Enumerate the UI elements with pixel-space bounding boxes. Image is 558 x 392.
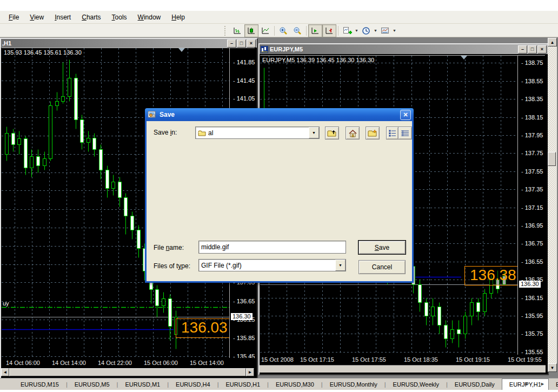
tab-eurusd-monthly[interactable]: EURUSD,Monthly <box>323 380 384 390</box>
tab-eurusd-h4[interactable]: EURUSD,H4 <box>169 380 217 390</box>
menu-item-insert[interactable]: Insert <box>49 12 76 23</box>
auto-scroll-button[interactable] <box>308 24 322 37</box>
tab-eurusd-daily[interactable]: EURUSD,Daily <box>448 380 502 390</box>
scroll-down-arrow[interactable]: ▼ <box>548 363 557 372</box>
price-tick: 141.85 <box>233 59 255 65</box>
ohlc-info-line: EURJPY,M5 136.39 136.45 136.30 136.30 <box>262 57 374 63</box>
chart-window-title-bar[interactable]: EURJPY,M5 – □ × <box>260 44 548 54</box>
tab-eurusd-m30[interactable]: EURUSD,M30 <box>269 380 321 390</box>
price-scale: 138.75138.55138.35138.15137.95137.75137.… <box>517 55 545 355</box>
maximize-button[interactable]: □ <box>237 39 246 48</box>
price-tag: 136.03 <box>176 318 229 338</box>
line-chart-icon <box>261 26 270 35</box>
tab-eurusd-weekly[interactable]: EURUSD,Weekly <box>386 380 446 390</box>
dropdown-arrow-icon[interactable]: ▼ <box>335 260 346 271</box>
create-new-folder-button[interactable] <box>366 127 380 139</box>
horizontal-scrollbar[interactable]: ◄ ► <box>1 368 254 376</box>
toolbar-grip[interactable] <box>224 26 228 36</box>
dropdown-arrow-icon[interactable]: ▼ <box>309 127 319 138</box>
periods-button[interactable] <box>359 24 373 37</box>
scrollbar-thumb[interactable] <box>9 368 246 376</box>
price-tick: 136.75 <box>521 240 543 247</box>
time-tick: 14 Oct 22:00 <box>98 360 132 366</box>
view-details-button[interactable] <box>398 127 412 139</box>
time-tick: 14 Oct 14:00 <box>52 360 86 366</box>
desktop-button[interactable] <box>346 127 360 139</box>
window-title: ,H1 <box>2 40 227 46</box>
save-in-label: Save in: <box>154 129 177 136</box>
file-name-input[interactable] <box>198 241 346 254</box>
tab-eurusd-m1[interactable]: EURUSD,M1 <box>118 380 167 390</box>
close-button[interactable]: × <box>537 45 547 54</box>
candlesticks-button[interactable] <box>244 24 258 37</box>
tab-scroll-arrows[interactable]: ◄ ► <box>523 381 550 387</box>
bottom-strip <box>0 390 558 392</box>
indicators-dropdown[interactable]: ▼ <box>354 25 359 37</box>
window-footer <box>260 365 546 373</box>
chart-window-title-bar[interactable]: ,H1 – □ × <box>1 39 257 48</box>
time-tick: 15 Oct 06:00 <box>144 360 178 366</box>
price-tick: 135.85 <box>233 335 255 341</box>
line-chart-button[interactable] <box>258 24 273 37</box>
menu-item-charts[interactable]: Charts <box>76 12 106 23</box>
scroll-left-arrow[interactable]: ◄ <box>1 368 9 376</box>
templates-button[interactable] <box>378 24 392 37</box>
bar-chart-button[interactable] <box>230 24 244 37</box>
save-button[interactable]: Save <box>358 241 406 254</box>
candlestick-icon <box>247 26 256 35</box>
menu-item-tools[interactable]: Tools <box>107 12 132 23</box>
time-tick: 14 Oct 06:00 <box>6 360 40 366</box>
minimize-button[interactable]: – <box>518 45 527 54</box>
tab-eurusd-m15[interactable]: EURUSD,M15 <box>14 380 66 390</box>
save-in-combobox[interactable]: al ▼ <box>195 127 320 139</box>
price-tick: 141.05 <box>233 95 255 102</box>
zoom-out-button[interactable] <box>290 24 304 37</box>
price-tick: 137.75 <box>521 150 543 156</box>
view-list-button[interactable] <box>386 127 398 139</box>
toolbar: ▼ ▼ ▼ <box>0 24 558 37</box>
indicators-button[interactable] <box>340 24 354 37</box>
minimize-button[interactable]: – <box>227 39 236 48</box>
files-of-type-combobox[interactable]: GIF File (*.gif) ▼ <box>198 259 346 271</box>
horizontal-line-label: uy <box>3 300 9 307</box>
price-tick: 136.95 <box>521 222 543 229</box>
tab-eurusd-m5[interactable]: EURUSD,M5 <box>68 380 117 390</box>
periods-dropdown[interactable]: ▼ <box>373 25 378 37</box>
menu-item-help[interactable]: Help <box>166 12 190 23</box>
price-tick: 137.95 <box>521 132 543 138</box>
tab-eurusd-h1[interactable]: EURUSD,H1 <box>219 380 268 390</box>
menu-item-view[interactable]: View <box>24 12 49 23</box>
vertical-scrollbar[interactable]: ▲ ▼ <box>548 38 557 372</box>
templates-dropdown[interactable]: ▼ <box>392 25 397 37</box>
files-of-type-label: Files of type: <box>154 262 190 270</box>
dialog-title-bar[interactable]: Save ✕ <box>145 108 414 121</box>
zoom-in-button[interactable] <box>276 24 290 37</box>
time-tick: 15 Oct 18:35 <box>404 356 438 363</box>
chart-window-icon <box>261 46 268 53</box>
menu-item-file[interactable]: File <box>3 12 24 23</box>
template-icon <box>381 26 389 35</box>
auto-scroll-icon <box>311 26 320 35</box>
close-button[interactable]: × <box>247 39 256 48</box>
price-tick: 135.55 <box>521 349 543 355</box>
scroll-up-arrow[interactable]: ▲ <box>548 38 557 46</box>
list-view-icon <box>389 130 396 137</box>
chart-shift-marker <box>461 56 467 59</box>
scroll-right-arrow[interactable]: ► <box>246 368 254 376</box>
menu-item-window[interactable]: Window <box>132 12 167 23</box>
maximize-button[interactable]: □ <box>528 45 537 54</box>
current-price-box: 136.30 <box>231 313 253 320</box>
cancel-button[interactable]: Cancel <box>358 260 406 274</box>
up-one-level-button[interactable] <box>325 127 339 139</box>
dialog-title: Save <box>160 111 400 118</box>
scrollbar-track[interactable] <box>548 46 557 363</box>
file-list-area[interactable] <box>152 144 407 236</box>
price-tick: 136.15 <box>521 295 543 301</box>
scrollbar-thumb[interactable] <box>548 152 556 166</box>
dialog-close-icon[interactable]: ✕ <box>400 110 411 120</box>
save-in-value: al <box>208 129 213 137</box>
files-of-type-value: GIF File (*.gif) <box>201 262 242 269</box>
chart-shift-button[interactable] <box>322 24 336 37</box>
folder-up-icon <box>327 129 337 137</box>
window-title: EURJPY,M5 <box>270 46 517 52</box>
